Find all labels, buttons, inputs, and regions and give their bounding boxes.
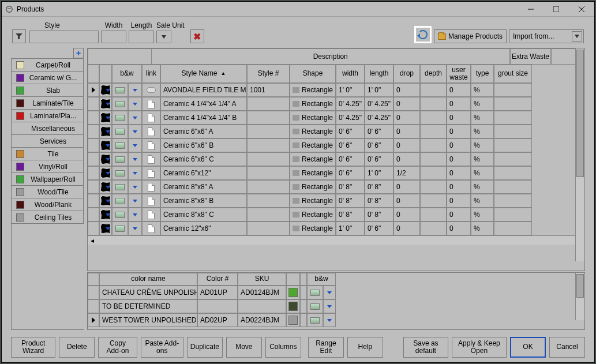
product-row[interactable]: Ceramic 6"x6" CRectangle0' 6"0' 6"00% — [88, 152, 584, 166]
row-stylename[interactable]: Ceramic 8"x8" A — [160, 180, 247, 194]
row-depth[interactable] — [420, 83, 447, 97]
product-row[interactable]: Ceramic 4 1/4"x4 1/4" ARectangle0' 4.25"… — [88, 97, 584, 111]
row-styleno[interactable] — [247, 152, 290, 166]
row-length[interactable]: 0' 6" — [365, 138, 393, 152]
product-wizard-button[interactable]: Product Wizard — [11, 337, 55, 358]
row-color-swatch[interactable] — [99, 180, 112, 194]
row-color-swatch[interactable] — [99, 111, 112, 125]
row-bw-dropdown[interactable] — [128, 208, 142, 222]
row-drop[interactable]: 0 — [393, 83, 420, 97]
hdr-drop[interactable]: drop — [393, 65, 420, 83]
range-edit-button[interactable]: Range Edit — [308, 337, 344, 358]
category-item[interactable]: Tile — [11, 147, 84, 160]
colors-vscroll[interactable] — [575, 273, 584, 320]
manage-products-button[interactable]: Manage Products — [434, 29, 507, 43]
color-bw-dropdown[interactable] — [323, 299, 336, 313]
row-bw-image[interactable] — [112, 125, 128, 138]
row-color-swatch[interactable] — [99, 166, 112, 180]
color-sku[interactable]: AD0224BJM — [238, 313, 286, 327]
category-item[interactable]: Laminate/Tile — [11, 96, 84, 110]
row-drop[interactable]: 0 — [393, 125, 420, 138]
product-row[interactable]: Ceramic 6"x6" BRectangle0' 6"0' 6"00% — [88, 138, 584, 152]
length-input[interactable] — [129, 31, 154, 43]
row-color-swatch[interactable] — [99, 194, 112, 208]
row-stylename[interactable]: Ceramic 8"x8" B — [160, 194, 247, 208]
category-item[interactable]: Wood/Plank — [11, 198, 84, 211]
row-type[interactable]: % — [471, 125, 494, 138]
row-link-icon[interactable] — [142, 97, 160, 111]
row-styleno[interactable]: 1001 — [247, 83, 290, 97]
row-selector[interactable] — [88, 299, 99, 313]
move-button[interactable]: Move — [226, 337, 262, 358]
row-color-swatch[interactable] — [99, 138, 112, 152]
row-bw-dropdown[interactable] — [128, 138, 142, 152]
ok-button[interactable]: OK — [510, 337, 546, 358]
row-styleno[interactable] — [247, 194, 290, 208]
product-row[interactable]: Ceramic 6"x12"Rectangle0' 6"1' 0"1/20% — [88, 166, 584, 180]
row-depth[interactable] — [420, 194, 447, 208]
row-bw-dropdown[interactable] — [128, 97, 142, 111]
row-bw-dropdown[interactable] — [128, 125, 142, 138]
hdr-length[interactable]: length — [365, 65, 393, 83]
apply-keep-open-button[interactable]: Apply & Keep Open — [452, 337, 507, 358]
row-grout[interactable] — [494, 111, 532, 125]
product-row[interactable]: Ceramic 4 1/4"x4 1/4" BRectangle0' 4.25"… — [88, 111, 584, 125]
color-number[interactable]: AD02UP — [197, 313, 238, 327]
row-stylename[interactable]: Ceramic 6"x6" A — [160, 125, 247, 138]
row-length[interactable]: 0' 6" — [365, 125, 393, 138]
hdr-colorname[interactable]: color name — [99, 273, 197, 286]
row-shape[interactable]: Rectangle — [290, 208, 336, 222]
row-width[interactable]: 0' 8" — [336, 208, 365, 222]
row-length[interactable]: 0' 8" — [365, 194, 393, 208]
color-name[interactable]: TO BE DETERMINED — [99, 299, 197, 313]
color-swatch[interactable] — [286, 313, 300, 327]
color-name[interactable]: WEST TOWER UNPOLISHED — [99, 313, 197, 327]
row-color-swatch[interactable] — [99, 83, 112, 97]
row-depth[interactable] — [420, 222, 447, 235]
row-stylename[interactable]: Ceramic 12"x6" — [160, 222, 247, 235]
color-row[interactable]: WEST TOWER UNPOLISHEDAD02UPAD0224BJM — [88, 313, 584, 327]
row-userwaste[interactable]: 0 — [447, 138, 471, 152]
category-item[interactable]: Services — [11, 134, 84, 148]
row-shape[interactable]: Rectangle — [290, 138, 336, 152]
row-grout[interactable] — [494, 180, 532, 194]
color-bw-dropdown[interactable] — [323, 286, 336, 299]
row-depth[interactable] — [420, 152, 447, 166]
row-grout[interactable] — [494, 97, 532, 111]
color-sku[interactable]: AD0124BJM — [238, 286, 286, 299]
color-bw-image[interactable] — [307, 286, 323, 299]
row-width[interactable]: 0' 6" — [336, 166, 365, 180]
row-drop[interactable]: 0 — [393, 97, 420, 111]
row-color-swatch[interactable] — [99, 97, 112, 111]
row-shape[interactable]: Rectangle — [290, 152, 336, 166]
grid-hscroll[interactable]: ◂▸ — [88, 235, 584, 245]
row-width[interactable]: 1' 0" — [336, 83, 365, 97]
category-item[interactable]: Wallpaper/Roll — [11, 172, 84, 186]
category-item[interactable]: Laminate/Pla... — [11, 109, 84, 122]
row-drop[interactable]: 0 — [393, 152, 420, 166]
row-userwaste[interactable]: 0 — [447, 125, 471, 138]
row-type[interactable]: % — [471, 152, 494, 166]
row-shape[interactable]: Rectangle — [290, 111, 336, 125]
row-shape[interactable]: Rectangle — [290, 125, 336, 138]
row-depth[interactable] — [420, 97, 447, 111]
row-selector[interactable] — [88, 152, 99, 166]
row-length[interactable]: 0' 8" — [365, 180, 393, 194]
hdr-stylename[interactable]: Style Name▲ — [160, 65, 247, 83]
row-selector[interactable] — [88, 208, 99, 222]
row-bw-dropdown[interactable] — [128, 222, 142, 235]
row-depth[interactable] — [420, 125, 447, 138]
row-type[interactable]: % — [471, 83, 494, 97]
row-type[interactable]: % — [471, 138, 494, 152]
color-number[interactable] — [197, 299, 238, 313]
row-link-icon[interactable] — [142, 152, 160, 166]
delete-button[interactable]: Delete — [59, 337, 95, 358]
row-depth[interactable] — [420, 138, 447, 152]
category-item[interactable]: Ceiling Tiles — [11, 211, 84, 224]
maximize-button[interactable] — [543, 2, 569, 17]
row-styleno[interactable] — [247, 166, 290, 180]
row-color-swatch[interactable] — [99, 222, 112, 235]
product-row[interactable]: AVONDALE FIELD TILE M1001Rectangle1' 0"1… — [88, 83, 584, 97]
color-swatch[interactable] — [286, 299, 300, 313]
row-link-icon[interactable] — [142, 111, 160, 125]
